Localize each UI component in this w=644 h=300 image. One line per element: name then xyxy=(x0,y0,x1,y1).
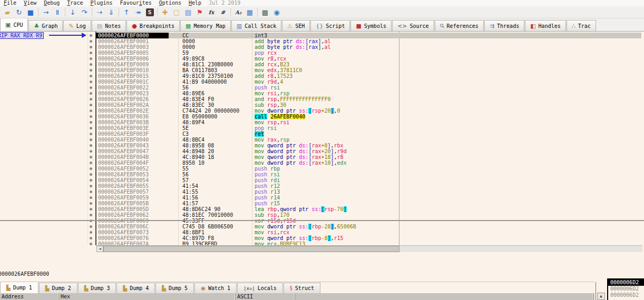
breakpoint-bullet[interactable] xyxy=(90,243,92,245)
internet-icon[interactable]: ◉ xyxy=(271,7,282,17)
menu-favourites[interactable]: Favourites xyxy=(116,0,155,6)
tab-symbols[interactable]: ■Symbols xyxy=(350,20,392,31)
scylla-icon[interactable]: S xyxy=(144,7,155,17)
label-icon[interactable]: ▤ xyxy=(182,7,194,17)
step-over-icon[interactable]: ↷ xyxy=(79,7,90,17)
table-row[interactable]: 0000026AFEBF002EC74424 20 00000000mov dw… xyxy=(0,108,644,114)
patch-icon[interactable]: ✚ xyxy=(159,7,171,17)
pause-icon[interactable]: Ⅱ xyxy=(52,7,63,17)
breakpoint-bullet[interactable] xyxy=(90,237,92,239)
table-row[interactable]: 0000026AFEBF00010000add byte ptr ds:[rax… xyxy=(0,38,644,44)
trace-over-icon[interactable]: ⇓ xyxy=(105,7,117,17)
table-row[interactable]: 0000026AFEBF006CC745 D8 6B006500mov dwor… xyxy=(0,224,644,229)
table-row[interactable]: 0000026AFEBF00030000add byte ptr ds:[rax… xyxy=(0,44,644,50)
breakpoint-bullet[interactable] xyxy=(90,191,92,193)
menu-options[interactable]: Options xyxy=(155,0,185,6)
menu-view[interactable]: View xyxy=(20,0,40,6)
table-row[interactable]: 0000026AFEBF001549:81C0 23750100add r8,1… xyxy=(0,73,644,79)
breakpoint-bullet[interactable] xyxy=(90,231,92,234)
breakpoint-bullet[interactable] xyxy=(90,40,92,43)
tab-call-stack[interactable]: ▥Call Stack xyxy=(231,20,282,31)
table-row[interactable]: 0000026AFEBF0000CCint3 xyxy=(0,33,644,38)
table-row[interactable]: 0000026AFEBF000559pop rcx xyxy=(0,50,644,56)
table-row[interactable]: 0000026AFEBF004048:8BC4mov rax,rsp xyxy=(0,137,644,143)
table-row[interactable]: 0000026AFEBF005356push rsi xyxy=(0,172,644,177)
breakpoint-bullet[interactable] xyxy=(90,133,92,135)
breakpoint-bullet[interactable] xyxy=(90,196,92,199)
breakpoint-bullet[interactable] xyxy=(90,162,92,164)
table-row[interactable]: 0000026AFEBF00764C:897D F8mov qword ptr … xyxy=(0,235,644,241)
breakpoint-bullet[interactable] xyxy=(90,138,92,141)
step-into-icon[interactable]: ↓ xyxy=(67,7,79,17)
tab-memory-map[interactable]: ▦Memory Map xyxy=(180,20,231,31)
table-row[interactable]: 0000026AFEBF002A48:83EC 30sub rsp,30 xyxy=(0,102,644,108)
tab-references[interactable]: ⚲References xyxy=(435,20,484,31)
table-row[interactable]: 0000026AFEBF005255push rbp xyxy=(0,166,644,172)
pane-splitter[interactable] xyxy=(0,220,644,221)
tab-watch-1[interactable]: ◉Watch 1 xyxy=(194,283,237,293)
breakpoint-bullet[interactable] xyxy=(90,81,92,83)
breakpoint-bullet[interactable] xyxy=(90,46,92,48)
scroll-left-button[interactable]: ◄ xyxy=(96,246,103,252)
tab-threads[interactable]: ⇉Threads xyxy=(484,20,524,31)
calculator-icon[interactable]: ▩ xyxy=(259,7,271,17)
stack-row[interactable]: 0000006D2 xyxy=(608,286,644,292)
table-row[interactable]: 0000026AFEBF005741:55push r13 xyxy=(0,189,644,195)
stop-icon[interactable]: ■ xyxy=(25,7,36,17)
breakpoint-bullet[interactable] xyxy=(90,98,92,101)
breakpoint-bullet[interactable] xyxy=(90,202,92,205)
breakpoint-bullet[interactable] xyxy=(90,150,92,153)
breakpoint-bullet[interactable] xyxy=(90,144,92,147)
run-to-user-code-icon[interactable]: ↠ xyxy=(132,7,144,17)
menu-help[interactable]: Help xyxy=(185,0,205,6)
tab-graph[interactable]: ♣Graph xyxy=(28,20,63,31)
table-row[interactable]: 0000026AFEBF001C41:B9 04000000mov r9d,4 xyxy=(0,79,644,85)
stack-row[interactable]: 0000006D2 xyxy=(608,292,644,298)
open-folder-icon[interactable]: ▰ xyxy=(2,7,13,17)
run-icon[interactable]: → xyxy=(40,7,52,17)
step-out-icon[interactable]: ↑ xyxy=(121,7,132,17)
breakpoint-bullet[interactable] xyxy=(90,185,92,187)
breakpoint-bullet[interactable] xyxy=(90,121,92,124)
table-row[interactable]: 0000026AFEBF003B48:89F4mov rsp,rsi xyxy=(0,119,644,125)
restart-icon[interactable]: ↻ xyxy=(13,7,25,17)
assembler-icon[interactable]: ▦ xyxy=(244,7,256,17)
table-row[interactable]: 0000026AFEBF004F8950 10mov dword ptr ds:… xyxy=(0,160,644,166)
font-icon[interactable]: A₂ xyxy=(232,7,244,17)
breakpoint-bullet[interactable] xyxy=(90,109,92,112)
tab-handles[interactable]: ◧Handles xyxy=(525,20,566,31)
tab-dump-1[interactable]: ▙Dump 1 xyxy=(0,282,38,293)
breakpoint-bullet[interactable] xyxy=(90,63,92,66)
table-row[interactable]: 0000026AFEBF006248:81EC 70010000sub rsp,… xyxy=(0,212,644,218)
tab-script[interactable]: {}Script xyxy=(310,20,350,31)
table-row[interactable]: 0000026AFEBF004744:8948 20mov dword ptr … xyxy=(0,148,644,154)
horizontal-scrollbar[interactable]: ◄ xyxy=(96,245,642,252)
table-row[interactable]: 0000026AFEBF005941:56push r14 xyxy=(0,195,644,201)
table-row[interactable]: 0000026AFEBF0010BA C0117803mov edx,37811… xyxy=(0,67,644,73)
tab-breakpoints[interactable]: ●Breakpoints xyxy=(126,20,180,31)
breakpoint-bullet[interactable] xyxy=(90,173,92,176)
menu-debug[interactable]: Debug xyxy=(40,0,63,6)
tab-dump-5[interactable]: ▙Dump 5 xyxy=(155,283,194,293)
breakpoint-bullet[interactable] xyxy=(90,115,92,118)
breakpoint-bullet[interactable] xyxy=(90,92,92,95)
comment-icon[interactable]: ▢ xyxy=(171,7,182,17)
function-icon[interactable]: fx xyxy=(206,7,217,17)
tab-dump-2[interactable]: ▙Dump 2 xyxy=(39,283,77,293)
breakpoint-bullet[interactable] xyxy=(90,57,92,60)
breakpoint-bullet[interactable] xyxy=(90,208,92,211)
breakpoint-bullet[interactable] xyxy=(90,225,92,228)
breakpoint-bullet[interactable] xyxy=(90,127,92,129)
table-row[interactable]: 0000026AFEBF003E5Epop rsi xyxy=(0,125,644,131)
breakpoint-bullet[interactable] xyxy=(90,156,92,158)
table-row[interactable]: 0000026AFEBF003FC3ret xyxy=(0,131,644,137)
tab-locals[interactable]: |x=|Locals xyxy=(237,283,283,293)
breakpoint-bullet[interactable] xyxy=(90,104,92,106)
tab-dump-4[interactable]: ▙Dump 4 xyxy=(116,283,155,293)
tab-trac[interactable]: ∴Trac xyxy=(567,20,596,31)
stack-row[interactable]: 0000006D2 xyxy=(608,279,644,286)
table-row[interactable]: 0000026AFEBF000948:81C1 230B0000add rcx,… xyxy=(0,62,644,67)
breakpoint-bullet[interactable] xyxy=(90,167,92,170)
tab-log[interactable]: ✎Log xyxy=(63,20,91,31)
table-row[interactable]: 0000026AFEBF004B4C:8940 18mov qword ptr … xyxy=(0,154,644,160)
